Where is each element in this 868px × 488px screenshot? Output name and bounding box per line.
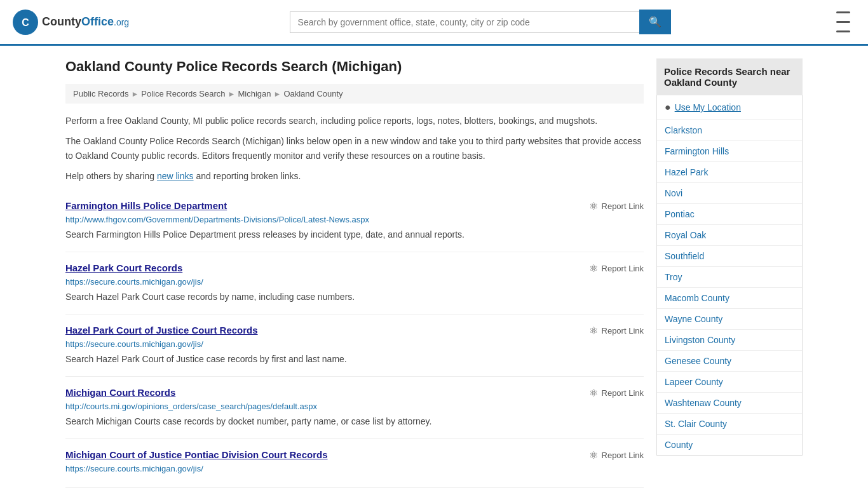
report-link-button[interactable]: ⚛ Report Link [589,262,644,274]
sidebar-title: Police Records Search near Oakland Count… [656,58,803,95]
sidebar-item: Lapeer County [657,372,802,393]
breadcrumb-michigan[interactable]: Michigan [238,89,271,98]
sidebar-item: Royal Oak [657,225,802,246]
result-item: Hazel Park Court Records ⚛ Report Link h… [65,252,644,315]
result-item: Michigan Court of Justice Pontiac Divisi… [65,439,644,488]
desc3-post: and reporting broken links. [194,171,301,181]
sidebar-link[interactable]: Hazel Park [665,167,708,177]
result-url[interactable]: http://courts.mi.gov/opinions_orders/cas… [65,402,644,411]
result-url[interactable]: https://secure.courts.michigan.gov/jis/ [65,464,644,473]
location-icon: ● [665,102,671,113]
logo-icon: C [13,10,38,35]
sidebar-item: Livingston County [657,330,802,351]
sidebar-link[interactable]: Farmington Hills [665,146,729,156]
sidebar-link[interactable]: Royal Oak [665,230,706,240]
report-link-button[interactable]: ⚛ Report Link [589,449,644,461]
sidebar-link[interactable]: Wayne County [665,314,722,324]
search-button[interactable]: 🔍 [639,10,671,34]
sidebar-item: Macomb County [657,288,802,309]
result-desc: Search Hazel Park Court of Justice case … [65,353,644,366]
sidebar: Police Records Search near Oakland Count… [656,58,803,488]
hamburger-icon [836,30,850,32]
desc-paragraph-2: The Oakland County Police Records Search… [65,134,644,163]
sidebar-item: Southfield [657,246,802,267]
search-area: 🔍 [290,10,671,34]
sidebar-link[interactable]: Macomb County [665,293,729,303]
result-url[interactable]: http://www.fhgov.com/Government/Departme… [65,215,644,224]
sidebar-item: Troy [657,267,802,288]
result-item: Michigan Court Records ⚛ Report Link htt… [65,377,644,439]
search-icon: 🔍 [649,17,661,27]
main-container: Oakland County Police Records Search (Mi… [53,46,815,488]
sidebar-link[interactable]: Southfield [665,251,704,261]
logo-county: County [42,15,81,28]
sidebar-item: Wayne County [657,309,802,330]
sidebar-item: Pontiac [657,204,802,225]
desc-paragraph-3: Help others by sharing new links and rep… [65,169,644,183]
logo-org: .org [114,17,129,27]
sidebar-link[interactable]: Troy [665,272,682,282]
content-area: Oakland County Police Records Search (Mi… [65,58,644,488]
desc3-pre: Help others by sharing [65,171,157,181]
sidebar-link[interactable]: Lapeer County [665,377,723,387]
result-title[interactable]: Farmington Hills Police Department [65,200,227,211]
report-link-label: Report Link [602,201,644,211]
breadcrumb-sep: ► [273,90,281,98]
breadcrumb-sep: ► [228,90,236,98]
sidebar-item: St. Clair County [657,414,802,435]
report-link-button[interactable]: ⚛ Report Link [589,325,644,337]
report-link-label: Report Link [602,451,644,460]
report-icon: ⚛ [589,262,598,274]
result-title[interactable]: Hazel Park Court Records [65,262,182,273]
sidebar-link[interactable]: Pontiac [665,209,695,219]
sidebar-link[interactable]: Novi [665,188,682,198]
header: C CountyOffice.org 🔍 [0,0,868,46]
sidebar-item: Hazel Park [657,162,802,183]
new-links-link[interactable]: new links [157,171,194,181]
sidebar-section: ● Use My Location Clarkston Farmington H… [656,95,803,456]
search-input[interactable] [290,11,639,33]
report-link-button[interactable]: ⚛ Report Link [589,387,644,399]
sidebar-link[interactable]: Clarkston [665,125,702,135]
sidebar-link[interactable]: Genesee County [665,356,731,366]
use-location-item: ● Use My Location [657,95,802,120]
sidebar-item: Clarkston [657,120,802,141]
sidebar-item: Novi [657,183,802,204]
result-item: Farmington Hills Police Department ⚛ Rep… [65,190,644,252]
result-item: Hazel Park Court of Justice Court Record… [65,315,644,377]
report-link-button[interactable]: ⚛ Report Link [589,200,644,212]
report-icon: ⚛ [589,449,598,461]
result-desc: Search Hazel Park Court case records by … [65,290,644,304]
logo-text-area: CountyOffice.org [42,15,129,29]
breadcrumb-police-records[interactable]: Police Records Search [141,89,225,98]
sidebar-link[interactable]: County [665,440,693,450]
result-url[interactable]: https://secure.courts.michigan.gov/jis/ [65,277,644,287]
report-link-label: Report Link [602,388,644,398]
sidebar-item: Farmington Hills [657,141,802,162]
breadcrumb: Public Records ► Police Records Search ►… [65,84,644,104]
sidebar-link[interactable]: St. Clair County [665,419,727,429]
hamburger-icon [836,11,850,13]
sidebar-item: Genesee County [657,351,802,372]
breadcrumb-sep: ► [131,90,139,98]
result-title[interactable]: Hazel Park Court of Justice Court Record… [65,325,258,336]
use-location-link[interactable]: Use My Location [675,102,741,112]
sidebar-link[interactable]: Washtenaw County [665,398,742,408]
report-icon: ⚛ [589,325,598,337]
menu-button[interactable] [831,6,855,37]
sidebar-item: County [657,435,802,455]
results-list: Farmington Hills Police Department ⚛ Rep… [65,190,644,488]
hamburger-icon [836,21,850,23]
breadcrumb-current: Oakland County [283,89,342,98]
sidebar-item: Washtenaw County [657,393,802,414]
sidebar-link[interactable]: Livingston County [665,335,735,345]
breadcrumb-public-records[interactable]: Public Records [73,89,128,98]
result-title[interactable]: Michigan Court Records [65,387,175,398]
svg-text:C: C [22,17,29,28]
report-icon: ⚛ [589,200,598,212]
result-title[interactable]: Michigan Court of Justice Pontiac Divisi… [65,449,328,460]
report-icon: ⚛ [589,387,598,399]
logo-office: Office [81,15,114,28]
result-desc: Search Farmington Hills Police Departmen… [65,228,644,241]
result-url[interactable]: https://secure.courts.michigan.gov/jis/ [65,339,644,349]
